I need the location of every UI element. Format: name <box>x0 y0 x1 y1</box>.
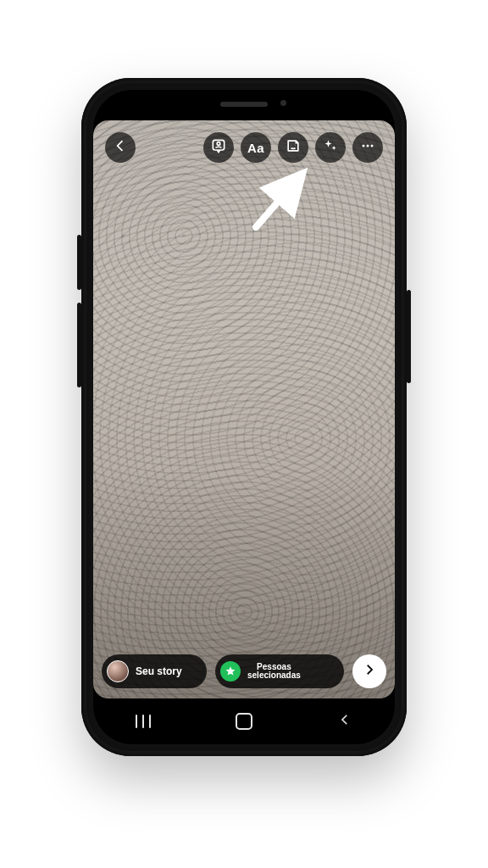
close-friends-button[interactable]: Pessoas selecionadas <box>215 654 344 688</box>
nav-recents-button[interactable] <box>136 715 151 728</box>
chevron-left-icon <box>112 137 129 158</box>
text-tool-button[interactable]: Aa <box>241 132 271 163</box>
nav-back-button[interactable] <box>337 712 352 731</box>
avatar <box>107 660 129 682</box>
your-story-button[interactable]: Seu story <box>102 654 207 688</box>
svg-point-2 <box>291 145 292 146</box>
svg-point-5 <box>367 145 369 147</box>
volume-down-button <box>77 303 81 387</box>
svg-point-4 <box>363 145 365 147</box>
sticker-icon <box>285 137 302 158</box>
more-button[interactable] <box>352 132 383 163</box>
svg-point-3 <box>295 145 296 146</box>
sparkle-icon <box>322 137 339 158</box>
next-button[interactable] <box>352 654 386 688</box>
back-button[interactable] <box>105 132 136 163</box>
share-row: Seu story Pessoas selecionadas <box>102 654 386 688</box>
notch <box>176 90 312 115</box>
your-story-label: Seu story <box>136 665 182 677</box>
tag-people-icon <box>210 137 227 158</box>
nav-home-button[interactable] <box>236 713 252 730</box>
chevron-right-icon <box>362 662 377 681</box>
tag-people-button[interactable] <box>203 132 234 163</box>
close-friends-star-icon <box>220 661 241 682</box>
svg-point-1 <box>217 142 220 146</box>
sticker-button[interactable] <box>278 132 308 163</box>
more-icon <box>359 137 376 158</box>
text-tool-icon: Aa <box>247 141 264 155</box>
story-editor-canvas[interactable]: Aa <box>93 120 395 698</box>
svg-point-6 <box>371 145 374 147</box>
annotation-arrow <box>246 161 322 241</box>
screen: Aa <box>93 90 395 744</box>
svg-line-7 <box>256 175 302 227</box>
power-button <box>407 290 411 383</box>
phone-frame: Aa <box>81 78 407 756</box>
close-friends-label: Pessoas selecionadas <box>247 663 301 681</box>
effects-button[interactable] <box>315 132 346 163</box>
android-nav-bar <box>93 698 395 744</box>
story-editor-toolbar: Aa <box>105 132 383 163</box>
volume-up-button <box>77 235 81 290</box>
